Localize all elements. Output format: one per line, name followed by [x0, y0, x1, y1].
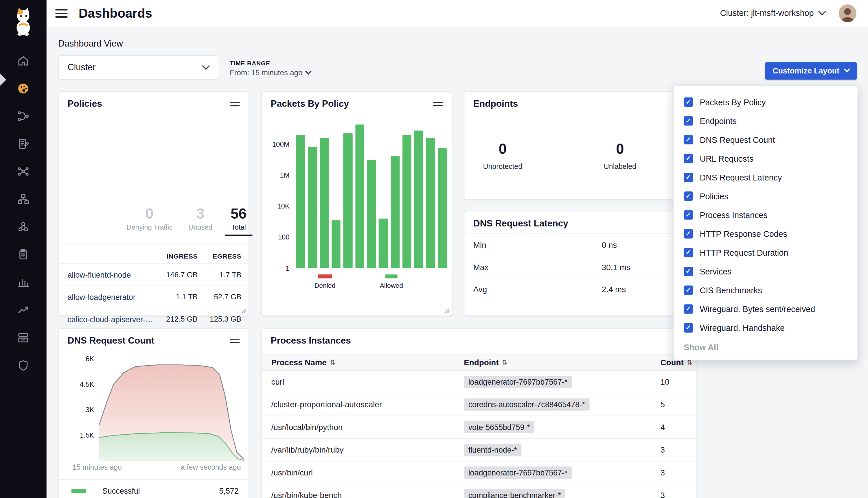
nav-activity[interactable] [0, 296, 47, 324]
customize-menu-item[interactable]: ✓DNS Request Latency [674, 168, 857, 186]
egress-column-header[interactable]: EGRESS [198, 249, 241, 263]
show-all-link[interactable]: Show All [684, 342, 858, 352]
customize-menu-item[interactable]: ✓CIS Benchmarks [674, 280, 857, 299]
checkbox-checked-icon[interactable]: ✓ [684, 210, 693, 220]
nav-home[interactable] [0, 47, 47, 75]
dns-latency-card: DNS Request Latency Min0 nsMax30.1 msAvg… [464, 211, 697, 316]
checkbox-checked-icon[interactable]: ✓ [684, 116, 693, 126]
nav-storage[interactable] [0, 324, 47, 351]
customize-menu-item[interactable]: ✓Wireguard. Handshake [674, 318, 857, 337]
customize-menu-item[interactable]: ✓DNS Request Count [674, 130, 857, 149]
customize-menu-item[interactable]: ✓HTTP Response Codes [674, 224, 857, 243]
process-name-column-header[interactable]: Process Name⇅ [271, 358, 464, 367]
bar [355, 124, 364, 268]
process-count: 3 [661, 491, 696, 498]
bar-chart-icon [16, 276, 30, 289]
packets-by-policy-card: Packets By Policy 100M1M10K1001 DeniedAl… [261, 91, 452, 316]
policy-name-link[interactable]: allow-fluentd-node [67, 271, 153, 279]
bar [367, 160, 376, 268]
nav-service-graph[interactable] [0, 158, 47, 185]
latency-row: Min0 ns [464, 233, 696, 255]
bar [414, 130, 423, 268]
customize-menu-item[interactable]: ✓Policies [674, 186, 857, 205]
process-endpoint-cell: coredns-autoscaler-7c88465478-* [464, 398, 660, 411]
customize-menu-item[interactable]: ✓Services [674, 262, 857, 280]
endpoint-chip: coredns-autoscaler-7c88465478-* [464, 398, 590, 411]
customize-menu-item-label: URL Requests [700, 154, 753, 163]
policies-stat-tab[interactable]: 0Denying Traffic [119, 205, 179, 231]
customize-menu-item[interactable]: ✓Packets By Policy [674, 93, 857, 112]
y-tick-label: 100M [266, 141, 289, 148]
nav-flows[interactable] [0, 102, 47, 130]
dns-count-legend: Successful5,572 [59, 479, 248, 498]
nav-topology[interactable] [0, 185, 47, 213]
legend-swatch [72, 489, 86, 493]
chevron-down-icon [818, 8, 826, 15]
nav-dashboards-active[interactable] [0, 75, 47, 102]
legend-item: Allowed [377, 274, 406, 289]
customize-menu-item[interactable]: ✓Process Instances [674, 205, 857, 224]
ingress-column-header[interactable]: INGRESS [153, 249, 198, 263]
sitemap-icon [16, 193, 30, 206]
y-tick-label: 3K [67, 406, 94, 414]
drag-handle-icon[interactable] [433, 102, 443, 106]
checkbox-checked-icon[interactable]: ✓ [684, 248, 693, 257]
process-name: /usr/bin/kube-bench [271, 491, 464, 498]
sidebar [0, 0, 47, 498]
policies-stat-tab[interactable]: 56Total [225, 205, 252, 236]
nav-clusters[interactable] [0, 213, 47, 241]
resize-handle-icon[interactable] [241, 308, 247, 314]
customize-layout-button[interactable]: Customize Layout [765, 62, 857, 80]
checkbox-checked-icon[interactable]: ✓ [684, 154, 693, 163]
process-row: /cluster-proportional-autoscalercoredns-… [262, 393, 696, 416]
checkbox-checked-icon[interactable]: ✓ [684, 229, 693, 238]
checkbox-checked-icon[interactable]: ✓ [684, 266, 693, 276]
customize-menu-item[interactable]: ✓HTTP Request Duration [674, 243, 857, 262]
bar [320, 137, 329, 268]
latency-row: Avg2.4 ms [464, 278, 696, 300]
checkbox-checked-icon[interactable]: ✓ [684, 172, 693, 182]
latency-label: Max [474, 263, 602, 272]
nav-policies[interactable] [0, 130, 47, 158]
nav-reports[interactable] [0, 268, 47, 296]
checkbox-checked-icon[interactable]: ✓ [684, 97, 693, 107]
drag-handle-icon[interactable] [230, 339, 239, 343]
y-tick-label: 6K [67, 355, 94, 363]
stat-value: 0 [590, 141, 650, 158]
dashboard-view-select-value: Cluster [67, 63, 95, 72]
stat-value: 0 [119, 205, 179, 222]
dashboard-view-select[interactable]: Cluster [58, 55, 219, 80]
stat-value: 0 [472, 141, 533, 158]
customize-menu-item[interactable]: ✓Endpoints [674, 112, 857, 130]
nav-compliance[interactable] [0, 240, 47, 268]
legend-label: Allowed [377, 282, 406, 289]
customize-menu-item-label: CIS Benchmarks [700, 285, 762, 295]
checkbox-checked-icon[interactable]: ✓ [684, 135, 693, 144]
customize-layout-label: Customize Layout [773, 66, 839, 76]
policy-name-link[interactable]: allow-loadgenerator [67, 292, 153, 301]
customize-menu-item[interactable]: ✓Wireguard. Bytes sent/received [674, 299, 857, 318]
user-avatar[interactable] [839, 4, 856, 22]
customize-menu-item-label: Wireguard. Handshake [700, 323, 785, 332]
checkbox-checked-icon[interactable]: ✓ [684, 304, 693, 314]
time-range-control[interactable]: TIME RANGE From: 15 minutes ago [230, 60, 311, 77]
cluster-switcher[interactable]: Cluster: jlt-msft-workshop [720, 9, 825, 18]
customize-menu-item[interactable]: ✓URL Requests [674, 149, 857, 168]
endpoint-column-header[interactable]: Endpoint⇅ [464, 358, 660, 367]
policies-stat-tab[interactable]: 3Unused [185, 205, 216, 231]
flow-branch-icon [16, 109, 30, 123]
checkbox-checked-icon[interactable]: ✓ [684, 323, 693, 332]
policy-name-link[interactable]: calico-cloud-apiserver-… [67, 315, 153, 324]
drag-handle-icon[interactable] [230, 102, 239, 106]
process-count: 10 [661, 377, 696, 386]
page-title: Dashboards [79, 6, 152, 21]
chevron-down-icon [202, 62, 210, 70]
nav-threat-defense[interactable] [0, 351, 47, 379]
resize-handle-icon[interactable] [444, 308, 450, 314]
process-row: curlloadgenerator-7697bb7567-*10 [262, 371, 696, 393]
clipboard-icon [16, 248, 30, 261]
checkbox-checked-icon[interactable]: ✓ [684, 191, 693, 201]
stat-label: Unlabeled [590, 162, 650, 171]
checkbox-checked-icon[interactable]: ✓ [684, 285, 693, 295]
hamburger-menu-icon[interactable] [55, 9, 67, 18]
